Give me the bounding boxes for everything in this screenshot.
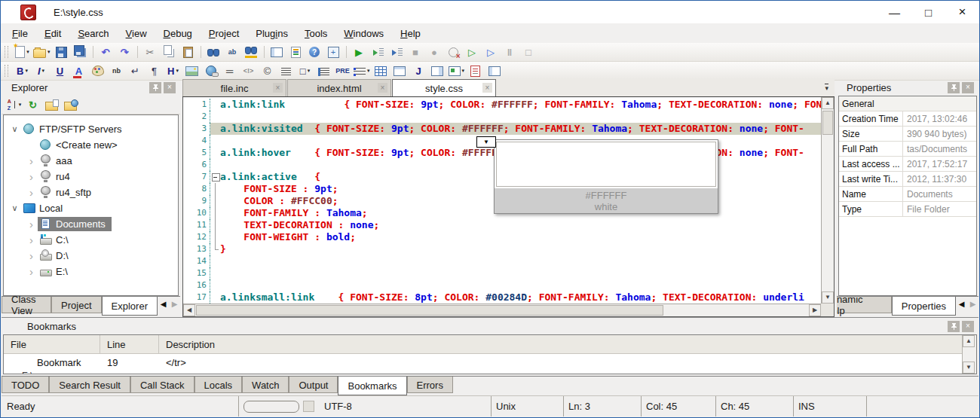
output-tab-watch[interactable]: Watch — [242, 377, 289, 393]
tree-item-drive-c[interactable]: › C:\ — [4, 232, 178, 248]
scroll-right-icon[interactable]: ▶ — [809, 304, 821, 316]
horizontal-scrollbar[interactable]: ◀ ▶ — [183, 304, 821, 316]
toggle-breakpoint-button[interactable]: ● — [426, 44, 443, 60]
tree-item-drive-e[interactable]: › E:\ — [4, 264, 178, 279]
split-view-button[interactable] — [268, 44, 286, 60]
form-button[interactable] — [429, 63, 446, 79]
tab-scroll-left-icon[interactable]: ◀ — [158, 297, 169, 310]
hyperlink-button[interactable] — [202, 63, 219, 79]
indent-button[interactable] — [315, 63, 332, 79]
menu-file[interactable]: File — [4, 25, 36, 42]
special-char-button[interactable]: © — [259, 63, 276, 79]
output-tab-locals[interactable]: Locals — [194, 377, 243, 393]
pin-icon[interactable] — [948, 82, 960, 93]
explorer-tab-class-view[interactable]: Class View — [2, 297, 51, 313]
stop-button[interactable]: ■ — [407, 44, 424, 60]
pre-button[interactable]: PRE — [334, 63, 351, 79]
vertical-scrollbar[interactable]: ▲ ▼ — [821, 97, 834, 304]
bold-button[interactable]: B▾ — [14, 63, 31, 79]
chevron-expanded-icon[interactable]: ∨ — [8, 125, 21, 133]
chevron-collapsed-icon[interactable]: › — [25, 155, 38, 166]
tab-close-icon[interactable]: × — [482, 83, 492, 93]
code-editor[interactable]: 1 a.link:link { FONT-SIZE: 9pt; COLOR: #… — [182, 97, 835, 317]
output-tab-todo[interactable]: TODO — [2, 377, 49, 393]
editor-tab-style-css[interactable]: style.css × — [392, 79, 496, 96]
dropdown-arrow-icon[interactable]: ▾ — [47, 49, 51, 55]
output-tab-call-stack[interactable]: Call Stack — [130, 377, 194, 393]
dropdown-arrow-icon[interactable]: ▾ — [308, 68, 311, 74]
menu-help[interactable]: Help — [392, 25, 429, 42]
menu-edit[interactable]: Edit — [36, 25, 69, 42]
object-button[interactable]: ▾ — [448, 63, 466, 79]
stop-debug-button[interactable]: □ — [520, 44, 537, 60]
chevron-expanded-icon[interactable]: ∨ — [8, 204, 21, 212]
property-row-last-access[interactable]: Last access ... 2017, 17:52:17 — [839, 157, 976, 172]
chevron-collapsed-icon[interactable]: › — [25, 218, 38, 230]
tree-item-create-new[interactable]: <Create new> — [4, 137, 178, 153]
scroll-up-icon[interactable]: ▲ — [822, 97, 834, 109]
column-header-file[interactable]: File — [4, 335, 100, 353]
tree-item-drive-d[interactable]: › D:\ — [4, 248, 178, 264]
scroll-down-icon[interactable]: ▼ — [963, 362, 975, 374]
editor-tab-file-inc[interactable]: file.inc × — [182, 79, 286, 96]
run-file-button[interactable]: ▷ — [464, 44, 481, 60]
chevron-collapsed-icon[interactable]: › — [25, 171, 38, 182]
scroll-down-icon[interactable]: ▼ — [822, 291, 834, 304]
fullscreen-button[interactable] — [325, 44, 342, 60]
image-button[interactable] — [183, 63, 201, 79]
paste-button[interactable] — [179, 44, 197, 60]
property-row-name[interactable]: Name Documents — [839, 187, 976, 202]
property-row-last-write-ti[interactable]: Last write Ti... 2012, 11:37:30 — [839, 172, 976, 187]
italic-button[interactable]: I▾ — [32, 63, 50, 79]
tab-scroll-right-icon[interactable]: ▶ — [169, 297, 180, 310]
file-properties-button[interactable] — [43, 97, 60, 113]
scroll-left-icon[interactable]: ◀ — [183, 304, 195, 316]
help-tab-properties[interactable]: Properties — [892, 297, 956, 316]
property-row-full-path[interactable]: Full Path tas/Documents — [839, 142, 976, 157]
copy-button[interactable] — [161, 44, 178, 60]
editor-tab-index-html[interactable]: index.html × — [287, 79, 391, 96]
underline-button[interactable]: U — [51, 63, 69, 79]
chevron-collapsed-icon[interactable]: › — [25, 266, 38, 277]
chevron-collapsed-icon[interactable]: › — [25, 234, 38, 246]
dropdown-arrow-icon[interactable]: ▾ — [42, 68, 45, 74]
comment-button[interactable]: <!> — [240, 63, 257, 79]
dropdown-arrow-icon[interactable]: ▾ — [462, 68, 465, 74]
pin-icon[interactable] — [149, 82, 161, 93]
table-button[interactable] — [372, 63, 390, 79]
menu-tools[interactable]: Tools — [296, 25, 335, 42]
replace-button[interactable]: ab — [224, 44, 241, 60]
div-button[interactable]: □▾ — [296, 63, 314, 79]
heading-button[interactable]: H▾ — [164, 63, 182, 79]
column-header-description[interactable]: Description — [159, 335, 976, 353]
tab-scroll-left-icon[interactable]: ◀ — [956, 297, 967, 310]
menu-project[interactable]: Project — [201, 25, 247, 42]
column-header-line[interactable]: Line — [100, 335, 159, 353]
explorer-tab-project[interactable]: Project — [51, 297, 101, 313]
tab-list-button[interactable]: ▾ — [825, 84, 828, 92]
maximize-button[interactable]: □ — [911, 1, 945, 23]
template-button[interactable] — [467, 63, 484, 79]
frame-button[interactable] — [391, 63, 409, 79]
tab-close-icon[interactable]: × — [378, 83, 387, 93]
menu-debug[interactable]: Debug — [155, 25, 201, 42]
output-tab-bookmarks[interactable]: Bookmarks — [338, 377, 406, 395]
menu-windows[interactable]: Windows — [335, 25, 392, 42]
horizontal-rule-button[interactable]: ═ — [221, 63, 238, 79]
menu-view[interactable]: View — [118, 25, 155, 42]
help-button[interactable] — [306, 44, 323, 60]
step-into-button[interactable] — [369, 44, 387, 60]
nbsp-button[interactable]: nb — [108, 63, 125, 79]
align-center-button[interactable] — [277, 63, 295, 79]
output-tab-search-result[interactable]: Search Result — [49, 377, 130, 393]
undo-button[interactable]: ↶ — [97, 44, 115, 60]
font-color-button[interactable]: A — [70, 63, 87, 79]
step-over-button[interactable] — [388, 44, 406, 60]
help-tab-dynamic-help[interactable]: Dynamic Help — [837, 297, 892, 313]
tree-item-server-aaa[interactable]: › aaa — [4, 153, 178, 169]
close-button[interactable]: × — [945, 1, 979, 23]
dropdown-arrow-icon[interactable]: ▾ — [26, 49, 29, 55]
minimize-button[interactable]: — — [877, 1, 911, 23]
tab-close-icon[interactable]: × — [273, 83, 283, 93]
redo-button[interactable]: ↷ — [116, 44, 133, 60]
